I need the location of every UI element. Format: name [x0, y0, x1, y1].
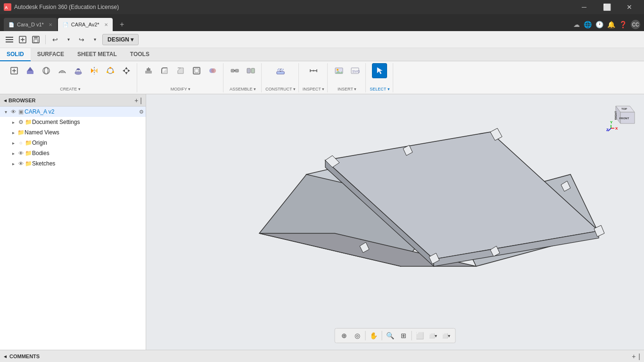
select-button[interactable] — [372, 63, 387, 78]
zoom-button[interactable]: 🔍 — [384, 329, 396, 342]
svg-point-19 — [75, 72, 82, 74]
orbit-button[interactable]: ⊕ — [338, 329, 350, 342]
combine-button[interactable] — [205, 63, 220, 78]
new-button[interactable] — [17, 34, 28, 45]
svg-rect-9 — [34, 36, 38, 39]
loft-button[interactable] — [71, 63, 86, 78]
maximize-button[interactable]: ⬜ — [596, 0, 618, 14]
tab-bar-clock-icon[interactable]: 🕐 — [595, 21, 603, 28]
extrude-button[interactable] — [23, 63, 38, 78]
tab-cara-a[interactable]: 📄 CARA_Av2* ✕ — [58, 18, 113, 31]
select-buttons — [372, 63, 387, 78]
undo-button[interactable]: ↩ — [50, 34, 61, 45]
as-built-joint-button[interactable] — [243, 63, 258, 78]
zoom-window-button[interactable]: ⊞ — [397, 329, 410, 342]
tab-label-active: CARA_Av2* — [71, 22, 99, 27]
mode-tab-row: SOLID SURFACE SHEET METAL TOOLS — [0, 48, 644, 61]
insert-image-button[interactable] — [331, 63, 347, 78]
expand-origin-icon[interactable]: ▸ — [9, 139, 17, 147]
nav-cube-svg: FRONT TOP RIGHT Y X Z — [606, 99, 639, 132]
fillet-icon — [160, 66, 169, 75]
tab-solid[interactable]: SOLID — [0, 48, 31, 61]
modify-label: MODIFY ▾ — [171, 87, 190, 91]
comments-add-button[interactable]: + — [632, 353, 636, 360]
shell-button[interactable] — [189, 63, 204, 78]
svg-marker-37 — [178, 68, 183, 74]
tab-bar-help-icon[interactable]: ❓ — [619, 21, 627, 28]
visibility-icon[interactable]: 👁 — [9, 108, 17, 115]
look-at-button[interactable]: ◎ — [351, 329, 363, 342]
viewport[interactable]: FRONT TOP RIGHT Y X Z ⊕ ◎ ✋ 🔍 ⊞ — [146, 94, 644, 350]
tab-surface[interactable]: SURFACE — [31, 48, 71, 61]
design-dropdown-button[interactable]: DESIGN ▾ — [102, 34, 139, 45]
chamfer-button[interactable] — [173, 63, 188, 78]
tab-bar-globe-icon[interactable]: 🌐 — [584, 21, 592, 28]
expand-sketches-icon[interactable]: ▸ — [9, 160, 17, 167]
browser-add-button[interactable]: + — [134, 97, 138, 104]
origin-vis-icon[interactable]: ○ — [17, 139, 25, 147]
expand-named-views-icon[interactable]: ▸ — [9, 129, 17, 136]
expand-bodies-icon[interactable]: ▸ — [9, 149, 17, 157]
toolbar-area: ↩ ▾ ↪ ▾ DESIGN ▾ SOLID SURFACE SHEET MET… — [0, 31, 644, 94]
tab-tools[interactable]: TOOLS — [124, 48, 156, 61]
offset-plane-button[interactable] — [273, 63, 288, 78]
tab-sheet-metal[interactable]: SHEET METAL — [71, 48, 124, 61]
redo-arrow-button[interactable]: ▾ — [89, 34, 100, 45]
app-menu-button[interactable] — [4, 34, 15, 45]
tab-close-active-button[interactable]: ✕ — [104, 22, 108, 27]
grid-settings-button[interactable]: ⬜▾ — [440, 329, 453, 342]
svg-text:X: X — [615, 126, 618, 131]
tab-add-button[interactable]: + — [116, 18, 129, 31]
undo-arrow-button[interactable]: ▾ — [63, 34, 74, 45]
comments-bar: ◂ COMMENTS + | — [0, 350, 644, 362]
minimize-button[interactable]: ─ — [573, 0, 595, 14]
move-icon — [122, 66, 131, 75]
tab-bar-sync-icon[interactable]: ☁ — [573, 21, 580, 28]
select-label: SELECT ▾ — [370, 87, 389, 91]
view-cube-button[interactable]: ⬜ — [414, 329, 426, 342]
tree-item-bodies[interactable]: ▸ 👁 📁 Bodies — [0, 148, 146, 158]
svg-rect-3 — [6, 39, 13, 40]
redo-button[interactable]: ↪ — [76, 34, 87, 45]
pan-button[interactable]: ✋ — [368, 329, 380, 342]
display-settings-button[interactable]: ⬜▾ — [427, 329, 439, 342]
press-pull-button[interactable] — [141, 63, 156, 78]
insert-svg-button[interactable]: SVG — [347, 63, 363, 78]
tree-item-root[interactable]: ▾ 👁 ▣ CARA_A v2 ⚙ — [0, 107, 146, 117]
mirror-button[interactable] — [87, 63, 102, 78]
comments-collapse-button[interactable]: | — [638, 353, 640, 360]
joint-button[interactable] — [227, 63, 242, 78]
tree-item-sketches[interactable]: ▸ 👁 📁 Sketches — [0, 158, 146, 169]
svg-marker-32 — [123, 69, 125, 72]
save-button[interactable] — [30, 34, 41, 45]
root-settings-icon[interactable]: ⚙ — [139, 109, 144, 115]
tab-bar-user-icon[interactable]: CC — [631, 20, 640, 29]
toolbar-group-modify: MODIFY ▾ — [138, 63, 223, 92]
sweep-button[interactable] — [55, 63, 70, 78]
bodies-vis-icon[interactable]: 👁 — [17, 149, 25, 157]
browser-title: BROWSER — [8, 98, 132, 103]
revolve-button[interactable] — [39, 63, 54, 78]
bt-sep-3 — [412, 331, 412, 340]
navigation-cube[interactable]: FRONT TOP RIGHT Y X Z — [606, 99, 639, 132]
tab-close-button[interactable]: ✕ — [49, 22, 52, 27]
tree-item-named-views[interactable]: ▸ 📁 Named Views — [0, 127, 146, 138]
mirror-icon — [90, 66, 99, 75]
move-button[interactable] — [119, 63, 134, 78]
measure-button[interactable] — [306, 63, 321, 78]
tab-bar-bell-icon[interactable]: 🔔 — [607, 21, 615, 28]
new-component-button[interactable] — [7, 63, 22, 78]
tab-cara-d[interactable]: 📄 Cara_D v1* ✕ — [4, 18, 57, 31]
comments-title: COMMENTS — [9, 354, 629, 359]
tree-item-origin[interactable]: ▸ ○ 📁 Origin — [0, 138, 146, 148]
folder-bodies-icon: 📁 — [25, 149, 32, 157]
expand-doc-icon[interactable]: ▸ — [9, 118, 17, 126]
joint-icon — [230, 66, 239, 75]
sketches-vis-icon[interactable]: 👁 — [17, 160, 25, 167]
close-button[interactable]: ✕ — [619, 0, 640, 14]
circular-pattern-button[interactable] — [103, 63, 118, 78]
expand-icon[interactable]: ▾ — [2, 108, 9, 115]
fillet-button[interactable] — [157, 63, 172, 78]
browser-collapse-button[interactable]: | — [140, 97, 142, 104]
tree-item-doc-settings[interactable]: ▸ ⚙ 📁 Document Settings — [0, 117, 146, 127]
